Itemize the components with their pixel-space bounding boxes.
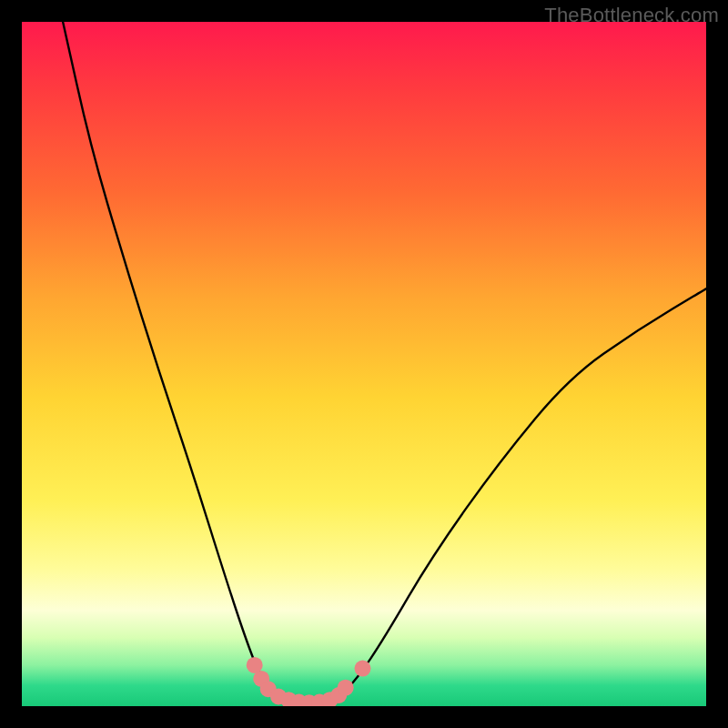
watermark-text: TheBottleneck.com bbox=[544, 4, 719, 27]
highlight-dots bbox=[247, 657, 371, 706]
bottleneck-curve bbox=[63, 22, 706, 702]
chart-frame: TheBottleneck.com bbox=[0, 0, 728, 728]
highlight-dot bbox=[355, 661, 371, 677]
highlight-dot bbox=[338, 680, 354, 696]
curve-layer bbox=[22, 22, 706, 706]
chart-plot-area bbox=[22, 22, 706, 706]
